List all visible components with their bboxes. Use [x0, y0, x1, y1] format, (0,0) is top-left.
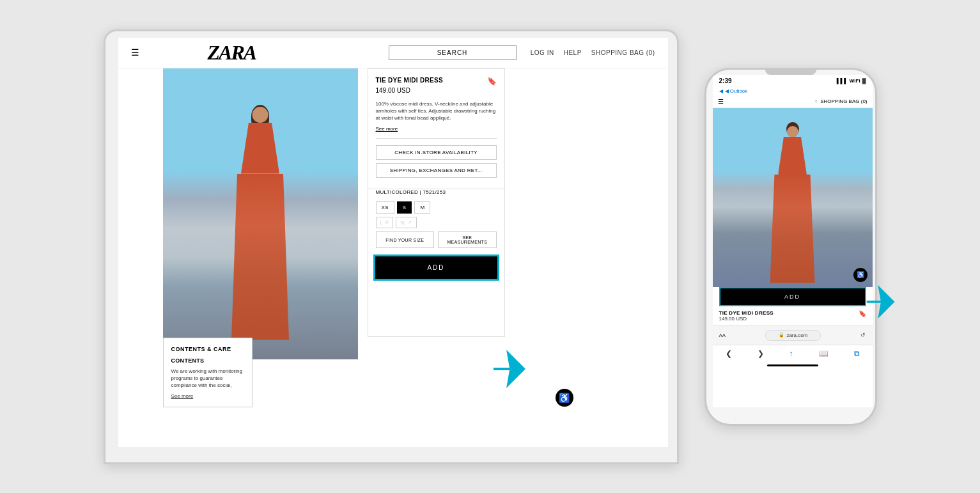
- product-divider: [376, 138, 497, 139]
- accessibility-btn[interactable]: ♿: [556, 389, 573, 407]
- scene: ☰ ZARA SEARCH LOG IN HELP SHOPPING BAG (…: [0, 0, 980, 493]
- product-name: TIE DYE MIDI DRESS: [376, 77, 443, 84]
- figure-top: [241, 123, 279, 174]
- phone-head: [787, 126, 798, 137]
- product-description: 100% viscose midi dress. V-neckline and …: [376, 100, 497, 122]
- product-color: MULTICOLORED | 7521/253: [368, 189, 504, 195]
- size-m[interactable]: M: [414, 201, 430, 214]
- phone-hamburger-icon[interactable]: ☰: [718, 98, 724, 105]
- phone-header-right: ↑ SHOPPING BAG (0): [814, 98, 867, 104]
- zara-logo: ZARA: [208, 41, 256, 65]
- svg-marker-0: [494, 350, 525, 388]
- product-price: 149.00 USD: [376, 87, 497, 94]
- phone-forward-btn[interactable]: ❯: [758, 349, 764, 358]
- phone-product-details: TIE DYE MIDI DRESS 149.00 USD: [719, 310, 774, 322]
- add-btn-container: ADD: [368, 253, 504, 281]
- nav-shopping-bag[interactable]: SHOPPING BAG (0): [591, 49, 655, 56]
- signal-icon: ▌▌▌: [837, 78, 848, 84]
- phone-wrapper: 2:39 ▌▌▌ WiFi ▓ ◀ ◀ Outlook ☰ ↑: [704, 68, 877, 426]
- phone-add-btn[interactable]: ADD: [719, 287, 866, 306]
- laptop-wrapper: ☰ ZARA SEARCH LOG IN HELP SHOPPING BAG (…: [104, 29, 679, 464]
- product-info: TIE DYE MIDI DRESS 🔖 149.00 USD 100% vis…: [368, 69, 504, 189]
- phone-url-bar[interactable]: 🔒 zara.com: [765, 330, 821, 341]
- wifi-icon: WiFi: [850, 78, 860, 84]
- figure-skirt: [231, 174, 289, 340]
- phone-url-text: zara.com: [786, 333, 807, 338]
- phone-status-bar: 2:39 ▌▌▌ WiFi ▓: [713, 75, 873, 87]
- zara-main-content: CONTENTS & CARE CONTENTS We are working …: [118, 68, 668, 439]
- phone-product-name: TIE DYE MIDI DRESS: [719, 310, 774, 316]
- phone-notch: [765, 70, 816, 75]
- phone-product-info: TIE DYE MIDI DRESS 149.00 USD 🔖: [713, 306, 873, 325]
- outlook-label: ◀ Outlook: [725, 88, 748, 94]
- phone-aa-btn[interactable]: AA: [719, 333, 726, 338]
- phone-dress-skirt: [770, 175, 815, 283]
- dress-product-image: [163, 68, 358, 359]
- check-store-btn[interactable]: CHECK IN-STORE AVAILABILITY: [376, 145, 497, 160]
- laptop-device: ☰ ZARA SEARCH LOG IN HELP SHOPPING BAG (…: [104, 29, 679, 464]
- size-l[interactable]: L ✉: [376, 217, 394, 228]
- dress-image-area: CONTENTS & CARE CONTENTS We are working …: [163, 68, 361, 439]
- header-nav: LOG IN HELP SHOPPING BAG (0): [531, 49, 655, 56]
- phone-arrow-container: [861, 279, 906, 327]
- phone-shopping-bag[interactable]: SHOPPING BAG (0): [820, 98, 867, 104]
- zara-header: ☰ ZARA SEARCH LOG IN HELP SHOPPING BAG (…: [118, 38, 668, 68]
- shipping-btn[interactable]: SHIPPING, EXCHANGES AND RET...: [376, 163, 497, 178]
- phone-device: 2:39 ▌▌▌ WiFi ▓ ◀ ◀ Outlook ☰ ↑: [704, 68, 877, 426]
- size-xs[interactable]: XS: [376, 201, 394, 214]
- phone-status-icons: ▌▌▌ WiFi ▓: [837, 78, 866, 84]
- phone-teal-arrow: [861, 279, 906, 324]
- product-see-more[interactable]: See more: [376, 126, 398, 132]
- phone-back-btn[interactable]: ❮: [726, 349, 732, 358]
- phone-time: 2:39: [719, 77, 732, 84]
- hamburger-icon[interactable]: ☰: [131, 47, 139, 58]
- phone-home-indicator: [767, 364, 818, 366]
- size-xl[interactable]: XL ↗: [396, 217, 416, 228]
- phone-nav-bar: ❮ ❯ ↑ 📖 ⧉: [713, 345, 873, 362]
- phone-zara-header: ☰ ↑ SHOPPING BAG (0): [713, 95, 873, 108]
- size-section: XS S M L ✉ XL ↗ FIND YOUR SIZE SEE MEASU…: [368, 201, 504, 248]
- laptop-arrow-container: [487, 343, 538, 397]
- svg-marker-1: [866, 285, 894, 318]
- phone-dress-figure: [761, 121, 825, 287]
- phone-dress-top: [778, 137, 807, 175]
- phone-bookmarks-btn[interactable]: 📖: [819, 349, 828, 358]
- phone-screen: 2:39 ▌▌▌ WiFi ▓ ◀ ◀ Outlook ☰ ↑: [713, 75, 873, 407]
- contents-care-title: CONTENTS & CARE: [171, 346, 244, 352]
- add-to-bag-btn[interactable]: ADD: [373, 254, 499, 281]
- phone-tabs-btn[interactable]: ⧉: [854, 349, 860, 358]
- laptop-screen: ☰ ZARA SEARCH LOG IN HELP SHOPPING BAG (…: [118, 38, 668, 447]
- product-panel: TIE DYE MIDI DRESS 🔖 149.00 USD 100% vis…: [368, 68, 505, 337]
- back-arrow: ◀: [719, 88, 723, 94]
- contents-see-more[interactable]: See more: [171, 393, 194, 399]
- size-action-row: FIND YOUR SIZE SEE MEASUREMENTS: [376, 231, 497, 248]
- nav-login[interactable]: LOG IN: [531, 49, 554, 56]
- bookmark-icon[interactable]: 🔖: [487, 77, 497, 86]
- phone-product-price: 149.00 USD: [719, 316, 774, 322]
- accessibility-icon: ♿: [559, 393, 570, 403]
- phone-address-bar: AA 🔒 zara.com ↺: [713, 325, 873, 345]
- phone-lock-icon: 🔒: [779, 333, 784, 338]
- battery-icon: ▓: [862, 78, 866, 84]
- phone-outlook-back[interactable]: ◀ ◀ Outlook: [713, 87, 873, 95]
- dress-figure: [228, 104, 292, 359]
- laptop-teal-arrow: [487, 343, 538, 395]
- phone-accessibility-icon: ♿: [857, 271, 864, 278]
- phone-dress-image: ♿: [713, 108, 873, 287]
- search-box[interactable]: SEARCH: [389, 45, 517, 60]
- phone-share-icon[interactable]: ↑: [814, 98, 817, 104]
- phone-share-btn[interactable]: ↑: [789, 349, 793, 358]
- header-search: SEARCH: [389, 45, 517, 60]
- size-row-2: L ✉ XL ↗: [376, 217, 497, 228]
- size-row-1: XS S M: [376, 201, 497, 214]
- product-title-row: TIE DYE MIDI DRESS 🔖: [376, 77, 497, 86]
- see-measurements-btn[interactable]: SEE MEASUREMENTS: [438, 231, 497, 248]
- phone-reload-icon[interactable]: ↺: [860, 332, 866, 338]
- contents-care-box: CONTENTS & CARE CONTENTS We are working …: [163, 338, 253, 407]
- nav-help[interactable]: HELP: [564, 49, 582, 56]
- contents-label: CONTENTS: [171, 357, 244, 364]
- figure-head: [253, 107, 268, 123]
- size-s[interactable]: S: [397, 201, 412, 214]
- contents-text: We are working with monitoring programs …: [171, 368, 244, 389]
- find-size-btn[interactable]: FIND YOUR SIZE: [376, 231, 435, 248]
